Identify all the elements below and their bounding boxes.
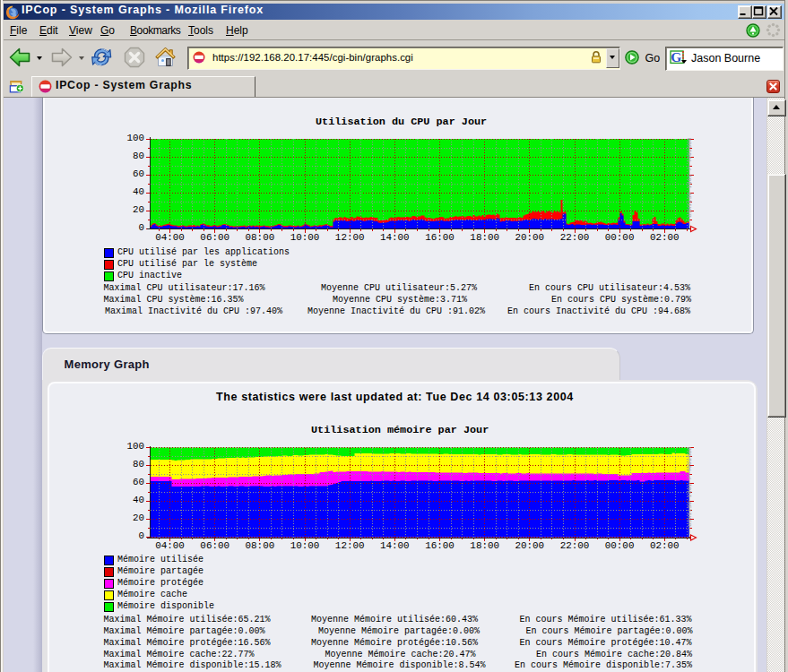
svg-text:G: G (671, 50, 681, 65)
